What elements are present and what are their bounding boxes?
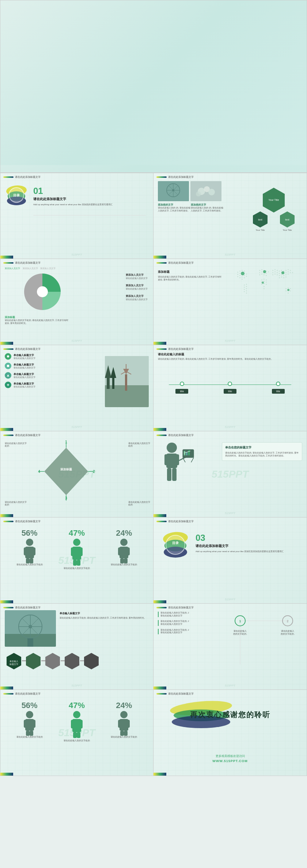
presenter-box-desc: 请在此处输入您的文字处的, 请在此处输入您的文字, 工作岁月有时迷你, 童年美好… xyxy=(225,451,299,458)
stat-4-value: 56% xyxy=(22,701,38,710)
intro-block: 请在此处输入的标题 请在此处输入您的文字处的, 请在此处输入您的文字, 工作岁月… xyxy=(158,352,273,360)
slide3-header: 请在此处添加标题文字 xyxy=(156,175,194,179)
svg-rect-140 xyxy=(112,376,114,389)
watermark-6: 515PPT xyxy=(72,425,82,429)
title-badge-2: title xyxy=(224,389,236,394)
icon-svg-4 xyxy=(6,383,10,387)
photo-caption-1: 添加您的文字 xyxy=(158,203,173,207)
svg-rect-233 xyxy=(79,720,83,729)
svg-point-224 xyxy=(26,711,33,718)
svg-point-176 xyxy=(73,539,80,546)
corner-accent-14 xyxy=(0,773,13,776)
svg-rect-175 xyxy=(30,558,33,563)
svg-rect-55 xyxy=(246,284,247,285)
icon-circle-3 xyxy=(5,372,11,379)
corner-accent-10 xyxy=(0,600,13,603)
pie-item-3-label: 第添加人员文字 xyxy=(126,295,148,298)
svg-rect-44 xyxy=(246,274,247,275)
svg-rect-54 xyxy=(244,284,245,286)
slide-steps: 请在此处添加标题文字 请在此处输入您的文字处的, 2请在此处输入您的文字 请在此… xyxy=(154,604,307,690)
slide2-content: 01 请在此处添加标题文字 Add up anything what your … xyxy=(33,186,113,206)
corner-accent-3 xyxy=(154,256,166,259)
svg-rect-38 xyxy=(242,270,243,271)
hex-desc: 请在此处输入您的文字处的, 请在此处输入您的文字, 工作岁月有时迷你, 童年美好… xyxy=(60,616,146,619)
svg-rect-58 xyxy=(244,289,245,290)
svg-rect-239 xyxy=(126,720,130,728)
svg-rect-48 xyxy=(244,275,245,276)
svg-rect-104 xyxy=(290,272,291,273)
icon-item-4-text: 单击输入标题文字 请在此处输入您的文字 xyxy=(14,382,35,388)
svg-rect-87 xyxy=(272,270,273,271)
svg-rect-235 xyxy=(77,732,80,738)
svg-text:text: text xyxy=(258,218,262,221)
stat-3-desc: 请在此处输入您的文字处的 xyxy=(111,563,137,566)
slide2-header-text: 请在此处添加标题文字 xyxy=(15,175,41,179)
slide4-header-text: 请在此处添加标题文字 xyxy=(15,261,41,265)
pie-chart-svg xyxy=(22,272,62,312)
svg-rect-68 xyxy=(261,271,262,272)
slide6-header-text: 请在此处添加标题文字 xyxy=(15,347,41,351)
svg-rect-64 xyxy=(261,269,262,270)
icon-circle-4 xyxy=(5,382,11,388)
pie-item-1: 第添加人员文字 请在此处输入您的文字 xyxy=(126,274,148,280)
icon-item-1-text: 单击输入标题文字 请在此处输入您的文字 xyxy=(14,353,35,360)
stat-5-value: 47% xyxy=(69,701,85,710)
svg-point-230 xyxy=(73,711,80,718)
stat-4: 56% 请在此处输入您的文字处的 xyxy=(16,701,43,738)
steps-content: 请在此处输入您的文字处的, 2请在此处输入您的文字 请在此处输入您的文字处的, … xyxy=(158,612,297,679)
svg-rect-95 xyxy=(290,270,291,271)
slides-row-6: 请在此处添加标题文字 单击输入 标题文字 xyxy=(0,604,307,690)
photo-desc-2: 请在此处输入您的 的, 请在此处输入您的文字, 工作岁月有时迷你。 xyxy=(191,207,224,212)
photo-desc-1: 请在此处输入您的 的, 请在此处输入您的文字, 工作岁月有时迷你。 xyxy=(158,207,191,212)
slide12-header-text: 请在此处添加标题文字 xyxy=(15,606,41,609)
ferris-photo-svg xyxy=(5,610,56,647)
corner-accent-11 xyxy=(154,600,166,603)
slide10-header: 请在此处添加标题文字 xyxy=(3,520,41,523)
slide12-item-title: 请在此处添加标题文字 xyxy=(196,544,284,548)
header-bar-5 xyxy=(156,262,167,264)
person-1-svg xyxy=(22,538,37,563)
svg-rect-241 xyxy=(124,731,128,736)
brush-circle-12: 目录 xyxy=(161,530,190,559)
svg-rect-50 xyxy=(239,277,240,278)
chart-label-1: 第添加人员文字 xyxy=(5,267,20,269)
svg-rect-159 xyxy=(164,454,168,465)
svg-rect-84 xyxy=(266,284,267,285)
svg-rect-91 xyxy=(281,270,282,271)
svg-rect-46 xyxy=(239,275,240,276)
slide-worldmap: 请在此处添加标题文字 xyxy=(154,259,307,345)
final-main-text: 再次衷心感谢您的聆听 xyxy=(154,710,307,720)
steps-item-1: 请在此处输入您的文字处的, 2请在此处输入您的文字 xyxy=(158,612,224,617)
title-badge-3: title xyxy=(272,389,285,394)
worldmap-desc: 请在此处输入您的文字处的, 请在此处输入您的文字, 工作岁月有时迷你, 童年美好… xyxy=(158,275,224,282)
diamond-item-2: 请在此处输入您的文字处的 xyxy=(128,442,150,447)
svg-rect-123 xyxy=(290,290,291,291)
title-badge-1: title xyxy=(175,389,188,394)
svg-rect-181 xyxy=(77,560,80,566)
svg-rect-110 xyxy=(281,274,282,275)
header-bar-3 xyxy=(156,176,167,178)
svg-rect-97 xyxy=(274,271,276,272)
svg-rect-86 xyxy=(264,288,265,289)
header-bar xyxy=(3,176,14,178)
svg-point-128 xyxy=(287,289,289,291)
icon-item-4-desc: 请在此处输入您的文字 xyxy=(14,386,35,388)
windmill-photo xyxy=(105,356,149,407)
svg-text:1: 1 xyxy=(239,619,241,623)
header-bar-9 xyxy=(156,435,167,436)
slides-row-7: 请在此处添加标题文字 515PPT 56% 请在此处输入您的文字处的 47% xyxy=(0,690,307,776)
svg-rect-96 xyxy=(272,272,273,273)
svg-rect-120 xyxy=(290,288,291,289)
world-map-svg xyxy=(230,266,303,306)
svg-point-182 xyxy=(120,539,128,546)
corner-accent-4 xyxy=(0,342,13,345)
windmill-svg xyxy=(105,356,149,407)
svg-rect-131 xyxy=(7,365,9,367)
icon-item-2-text: 单击输入标题文字 请在此处输入您的文字 xyxy=(14,363,35,369)
diamond-item-4: 请在此处输入您的文字处的 xyxy=(128,501,150,506)
watermark-3: 515PPT xyxy=(225,253,235,256)
hex-chain-svg: 单击输入 标题文字 xyxy=(5,651,111,671)
svg-line-166 xyxy=(191,458,194,462)
corner-accent-6 xyxy=(0,428,13,431)
timeline-item-3: title xyxy=(272,382,285,394)
